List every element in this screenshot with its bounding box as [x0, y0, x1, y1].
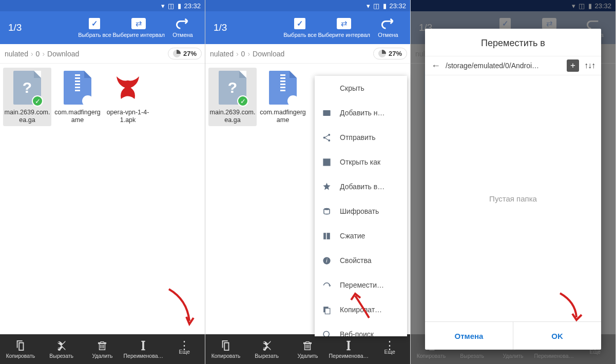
path-text[interactable]: /storage/emulated/0/Androi…	[446, 62, 562, 70]
dialog-buttons: Отмена OK	[425, 321, 601, 350]
empty-folder-label: Пустая папка	[425, 75, 601, 321]
move-dialog: Переместить в ← /storage/emulated/0/Andr…	[425, 29, 601, 350]
menu-properties[interactable]: iСвойства	[315, 248, 407, 273]
menu-open-as[interactable]: Открыть как	[315, 150, 407, 174]
file-item[interactable]: ✓main.2639.com.ea.ga	[208, 68, 257, 126]
arrow-annotation	[164, 284, 200, 330]
svg-point-11	[323, 331, 329, 336]
status-bar: ▾ ◫ ▮ 23:32	[0, 0, 205, 11]
check-badge-icon: ✓	[237, 95, 248, 107]
file-item[interactable]: com.madfingergame	[259, 68, 307, 126]
select-all-button[interactable]: ✓Выбрать все	[76, 17, 112, 38]
file-item[interactable]: opera-vpn-1-4-1.apk	[104, 68, 152, 126]
opera-icon	[111, 72, 145, 103]
screen-1: ▾ ◫ ▮ 23:32 1/3 ✓Выбрать все ⇄Выберите и…	[0, 0, 205, 364]
svg-point-2	[323, 136, 325, 138]
sort-button[interactable]: ↑↓↑	[584, 61, 595, 70]
copy-button[interactable]: Копировать	[0, 334, 41, 364]
clock: 23:32	[184, 2, 201, 10]
more-icon: ⋮	[384, 344, 395, 347]
chevron-right-icon: ›	[246, 50, 251, 58]
file-grid: ✓main.2639.com.ea.ga com.madfingergame o…	[0, 64, 205, 334]
menu-compress[interactable]: Сжатие	[315, 224, 407, 248]
circle-badge-icon	[287, 95, 299, 107]
dialog-cancel-button[interactable]: Отмена	[425, 322, 513, 350]
menu-favorite[interactable]: Добавить в…	[315, 174, 407, 199]
breadcrumb[interactable]: nulated› 0› Download 27%	[205, 44, 410, 64]
menu-copy[interactable]: Копироват…	[315, 297, 407, 322]
copy-button[interactable]: Копировать	[205, 334, 246, 364]
storage-badge[interactable]: 27%	[168, 48, 202, 59]
storage-badge[interactable]: 27%	[373, 48, 407, 59]
screen-3: ▾ ◫ ▮ 23:32 1/3 ✓Выбрать все ⇄Выберите и…	[411, 0, 616, 364]
select-range-button[interactable]: ⇄Выберите интервал	[318, 17, 370, 38]
selection-header: 1/3 ✓Выбрать все ⇄Выберите интервал Отме…	[0, 11, 205, 44]
chevron-right-icon: ›	[30, 50, 34, 58]
svg-point-3	[328, 139, 330, 141]
more-button[interactable]: ⋮Еще	[164, 334, 205, 364]
new-folder-button[interactable]: +	[567, 59, 579, 72]
svg-rect-0	[323, 110, 330, 115]
circle-badge-icon	[82, 95, 93, 107]
file-item[interactable]: ✓main.2639.com.ea.ga	[3, 68, 51, 126]
context-menu: Скрыть Добавить н… Отправить Открыть как…	[315, 76, 407, 336]
rename-button[interactable]: Переименова…	[328, 334, 369, 364]
cancel-button[interactable]: Отмена	[370, 17, 406, 38]
delete-button[interactable]: Удалить	[82, 334, 123, 364]
wifi-icon: ▾	[159, 2, 166, 9]
chevron-right-icon: ›	[235, 50, 240, 58]
check-badge-icon: ✓	[32, 95, 43, 107]
select-all-button[interactable]: ✓Выбрать все	[282, 17, 318, 38]
menu-send[interactable]: Отправить	[315, 125, 407, 150]
menu-hide[interactable]: Скрыть	[315, 76, 407, 100]
more-icon: ⋮	[179, 344, 190, 347]
screen-2: ▾ ◫ ▮ 23:32 1/3 ✓Выбрать все ⇄Выберите и…	[205, 0, 411, 364]
file-item[interactable]: com.madfingergame	[53, 68, 102, 126]
breadcrumb[interactable]: nulated› 0› Download 27%	[0, 44, 205, 64]
battery-icon: ▮	[176, 2, 183, 9]
pie-icon	[173, 50, 181, 57]
wifi-icon: ▾	[364, 2, 372, 9]
delete-button[interactable]: Удалить	[287, 334, 329, 364]
rename-button[interactable]: Переименова…	[123, 334, 164, 364]
dialog-title: Переместить в	[425, 29, 601, 56]
menu-web-search[interactable]: Веб-поиск	[315, 322, 407, 336]
path-bar: ← /storage/emulated/0/Androi… + ↑↓↑	[425, 56, 601, 75]
dialog-ok-button[interactable]: OK	[513, 322, 601, 350]
sim-icon: ◫	[167, 2, 175, 9]
svg-point-1	[328, 133, 330, 135]
menu-add[interactable]: Добавить н…	[315, 100, 407, 125]
selection-count: 1/3	[214, 22, 227, 33]
menu-encrypt[interactable]: Шифровать	[315, 199, 407, 224]
cancel-button[interactable]: Отмена	[165, 17, 201, 38]
battery-icon: ▮	[381, 2, 388, 9]
clock: 23:32	[389, 2, 406, 10]
select-range-button[interactable]: ⇄Выберите интервал	[112, 17, 165, 38]
sim-icon: ◫	[373, 2, 380, 9]
status-bar: ▾ ◫ ▮ 23:32	[205, 0, 410, 11]
more-button[interactable]: ⋮Еще	[369, 334, 410, 364]
svg-rect-10	[325, 308, 330, 314]
menu-move[interactable]: Перемести…	[315, 273, 407, 297]
svg-point-5	[324, 208, 330, 210]
bottom-bar: Копировать Вырезать Удалить Переименова……	[205, 334, 410, 364]
selection-header: 1/3 ✓Выбрать все ⇄Выберите интервал Отме…	[205, 11, 410, 44]
chevron-right-icon: ›	[41, 50, 46, 58]
selection-count: 1/3	[8, 22, 22, 33]
cut-button[interactable]: Вырезать	[41, 334, 82, 364]
back-icon[interactable]: ←	[431, 60, 440, 71]
bottom-bar: Копировать Вырезать Удалить Переименова……	[0, 334, 205, 364]
pie-icon	[378, 50, 386, 57]
cut-button[interactable]: Вырезать	[246, 334, 287, 364]
